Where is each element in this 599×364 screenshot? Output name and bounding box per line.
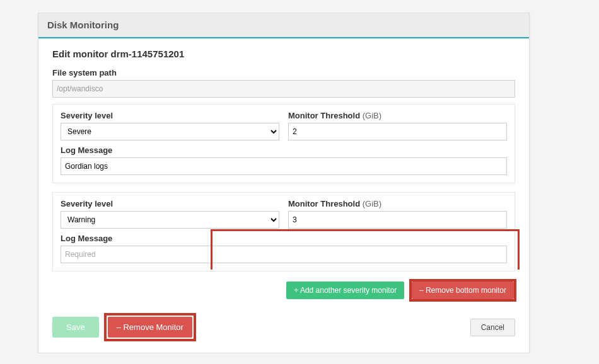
- threshold-label-2: Monitor Threshold (GiB): [288, 199, 507, 208]
- monitor-section-2: Severity level Warning Monitor Threshold…: [52, 192, 515, 271]
- panel-header: Disk Monitoring: [38, 13, 529, 37]
- severity-label-1: Severity level: [61, 111, 279, 120]
- cancel-button[interactable]: Cancel: [470, 319, 515, 336]
- disk-monitoring-panel: Disk Monitoring Edit monitor drm-1145751…: [38, 13, 530, 353]
- logmsg-label-2: Log Message: [61, 234, 507, 243]
- logmsg-input-1[interactable]: [61, 157, 507, 175]
- section-button-row: + Add another severity monitor – Remove …: [52, 280, 515, 300]
- logmsg-input-2[interactable]: [61, 246, 507, 263]
- remove-monitor-button[interactable]: – Remove Monitor: [108, 317, 192, 338]
- form-action-row: Save – Remove Monitor Cancel: [52, 317, 515, 338]
- fs-path-label: File system path: [52, 68, 515, 77]
- severity-select-2[interactable]: Warning: [61, 211, 279, 229]
- page-title: Edit monitor drm-1145751201: [52, 48, 515, 59]
- threshold-input-2[interactable]: [288, 211, 507, 229]
- add-severity-monitor-button[interactable]: + Add another severity monitor: [286, 282, 404, 299]
- save-button: Save: [52, 317, 99, 338]
- panel-title: Disk Monitoring: [47, 20, 119, 30]
- severity-label-2: Severity level: [61, 199, 279, 208]
- monitor-section-1: Severity level Severe Monitor Threshold …: [52, 104, 515, 183]
- threshold-label-1: Monitor Threshold (GiB): [288, 111, 507, 120]
- severity-select-1[interactable]: Severe: [61, 123, 279, 140]
- logmsg-label-1: Log Message: [61, 145, 507, 155]
- fs-path-input: [52, 80, 515, 98]
- fs-path-block: File system path: [52, 68, 515, 98]
- remove-bottom-monitor-button[interactable]: – Remove bottom monitor: [412, 282, 514, 299]
- threshold-input-1[interactable]: [288, 123, 507, 140]
